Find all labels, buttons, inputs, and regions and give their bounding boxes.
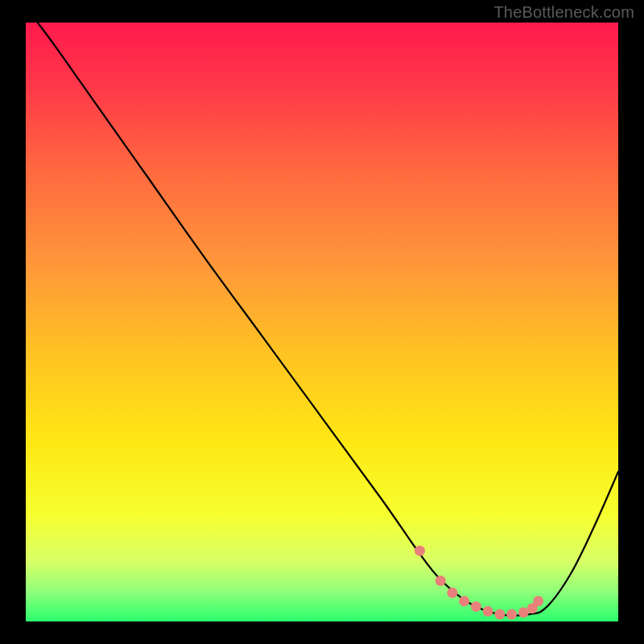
- chart-svg: [26, 23, 618, 621]
- marker-dot: [436, 576, 446, 586]
- marker-dot: [506, 609, 517, 620]
- marker-dot: [494, 609, 505, 620]
- marker-dot: [483, 606, 493, 617]
- marker-dot: [447, 588, 457, 598]
- plot-area: [26, 23, 618, 621]
- chart-frame: TheBottleneck.com: [0, 0, 644, 644]
- marker-dot: [459, 596, 469, 606]
- marker-dot: [533, 596, 543, 606]
- marker-dot: [471, 601, 481, 612]
- marker-dot: [518, 607, 529, 617]
- gradient-rect: [26, 23, 618, 621]
- watermark-text: TheBottleneck.com: [493, 3, 634, 22]
- marker-dot: [415, 546, 425, 556]
